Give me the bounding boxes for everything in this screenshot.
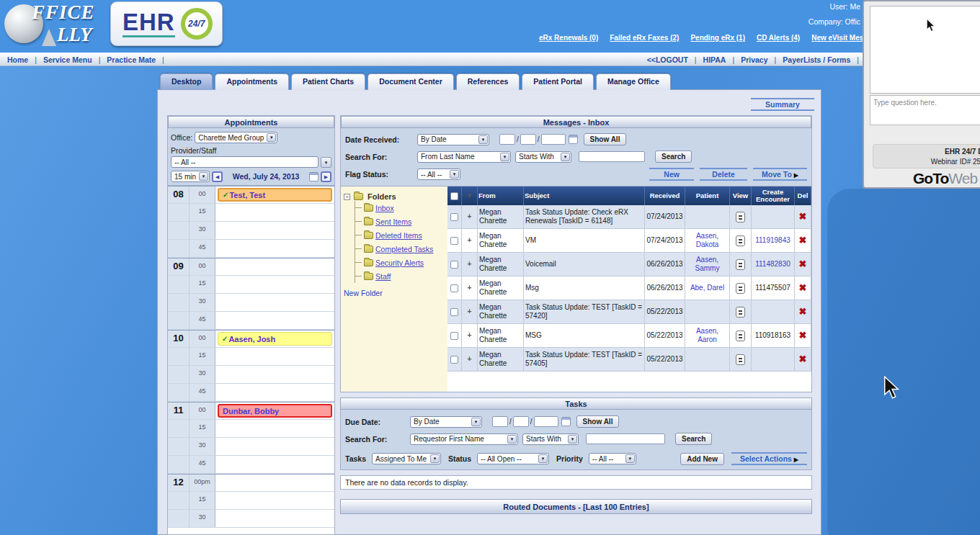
flag-icon[interactable]: + — [462, 229, 478, 253]
add-new-button[interactable]: Add New — [680, 453, 724, 465]
tab-patient-portal[interactable]: Patient Portal — [522, 73, 594, 90]
menu-item-logout[interactable]: <<LOGOUT — [647, 55, 688, 64]
tab-patient-charts[interactable]: Patient Charts — [291, 73, 365, 90]
appointment-aasen-josh[interactable]: ✓Aasen, Josh — [218, 332, 332, 346]
tab-document-center[interactable]: Document Center — [368, 73, 454, 90]
checkbox-icon[interactable] — [450, 332, 458, 340]
chevron-down-icon[interactable]: ▾ — [507, 435, 517, 444]
flag-icon[interactable]: + — [462, 253, 478, 277]
collapse-icon[interactable]: − — [344, 194, 350, 200]
view-icon[interactable] — [736, 331, 745, 341]
schedule-slot-cell[interactable] — [215, 420, 334, 437]
chevron-down-icon[interactable]: ▾ — [321, 157, 331, 168]
schedule-slot-cell[interactable] — [215, 475, 334, 491]
delete-icon[interactable]: ✖ — [799, 354, 807, 365]
folders-root[interactable]: − Folders — [344, 192, 446, 201]
message-row-6[interactable]: +Megan CharetteMSG05/22/2013Aasen, Aaron… — [447, 324, 811, 348]
folder-link-inbox[interactable]: Inbox — [375, 204, 394, 212]
tasks-match-type-select[interactable]: Starts With▾ — [522, 433, 579, 445]
message-row-3[interactable]: +Megan CharetteVoicemail06/26/2013Aasen,… — [447, 253, 811, 277]
alert-link-new-evisit-messag[interactable]: New eVisit Messag — [811, 34, 863, 42]
view-icon[interactable] — [736, 235, 745, 246]
schedule-slot-cell[interactable] — [215, 258, 334, 275]
office-select[interactable]: Charette Med Group▾ — [195, 132, 277, 143]
view-icon[interactable] — [736, 354, 745, 365]
schedule-slot-cell[interactable] — [215, 438, 334, 455]
checkbox-icon[interactable] — [450, 284, 458, 292]
schedule-slot-cell[interactable]: Dunbar, Bobby — [215, 403, 334, 419]
match-type-select[interactable]: Starts With▾ — [515, 151, 571, 163]
alert-link-cd-alerts-4[interactable]: CD Alerts (4) — [757, 34, 800, 42]
schedule-slot-cell[interactable]: ✓Aasen, Josh — [215, 331, 334, 347]
search-input[interactable] — [579, 151, 645, 162]
due-year-input[interactable] — [534, 416, 558, 427]
chevron-down-icon[interactable]: ▾ — [450, 170, 459, 179]
chevron-down-icon[interactable]: ▾ — [538, 454, 548, 463]
flag-column-icon[interactable]: ▼ — [462, 186, 478, 205]
patient-link[interactable]: Abe, Darel — [690, 284, 724, 292]
select-all-checkbox[interactable] — [447, 186, 462, 205]
encounter-link[interactable]: 111919843 — [755, 236, 790, 245]
view-icon[interactable] — [736, 307, 745, 318]
schedule-slot-cell[interactable] — [215, 348, 334, 365]
provider-select[interactable]: -- All -- — [171, 156, 318, 168]
message-row-2[interactable]: +Megan CharetteVM07/24/2013Aasen, Dakota… — [447, 229, 811, 253]
chevron-down-icon[interactable]: ▾ — [430, 454, 440, 463]
date-year-input[interactable] — [541, 134, 566, 145]
checkbox-icon[interactable] — [450, 261, 458, 269]
interval-select[interactable]: 15 min▾ — [171, 171, 210, 182]
menu-item-service-menu[interactable]: Service Menu — [43, 55, 92, 64]
chevron-down-icon[interactable]: ▾ — [478, 135, 488, 144]
patient-link[interactable]: Aasen, Sammy — [687, 256, 728, 273]
schedule-slot-cell[interactable] — [215, 492, 334, 509]
due-month-input[interactable] — [492, 416, 508, 427]
message-row-4[interactable]: +Megan CharetteMsg06/26/2013Abe, Darel11… — [447, 277, 811, 300]
menu-item-home[interactable]: Home — [7, 55, 28, 64]
tab-appointments[interactable]: Appointments — [215, 73, 289, 90]
delete-icon[interactable]: ✖ — [799, 211, 807, 222]
tab-desktop[interactable]: Desktop — [160, 73, 213, 90]
chevron-down-icon[interactable]: ▾ — [500, 153, 509, 161]
chevron-down-icon[interactable]: ▾ — [568, 435, 577, 444]
schedule-slot-cell[interactable] — [215, 204, 334, 221]
delete-icon[interactable]: ✖ — [799, 306, 807, 318]
new-message-button[interactable]: New — [649, 168, 694, 181]
tab-manage-office[interactable]: Manage Office — [596, 73, 671, 90]
view-icon[interactable] — [736, 259, 745, 270]
tasks-search-input[interactable] — [586, 433, 665, 444]
delete-icon[interactable]: ✖ — [799, 330, 807, 341]
date-month-input[interactable] — [499, 134, 515, 145]
schedule-slot-cell[interactable] — [215, 510, 334, 527]
move-to-button[interactable]: Move To ▶ — [753, 168, 807, 181]
view-icon[interactable] — [736, 212, 745, 222]
folder-link-completed-tasks[interactable]: Completed Tasks — [375, 245, 433, 253]
schedule-slot-cell[interactable]: ✓Test, Test — [215, 186, 334, 203]
checkbox-icon[interactable] — [450, 308, 458, 316]
message-row-7[interactable]: +Megan CharetteTask Status Update: TEST … — [447, 348, 811, 372]
encounter-link[interactable]: 111482830 — [755, 260, 790, 269]
flag-icon[interactable]: + — [462, 277, 478, 300]
next-day-button[interactable]: ▶ — [321, 171, 331, 182]
prev-day-button[interactable]: ◀ — [212, 171, 223, 182]
tasks-search-field-select[interactable]: Requestor First Name▾ — [410, 433, 518, 445]
appointment-dunbar-bobby[interactable]: Dunbar, Bobby — [218, 404, 332, 418]
schedule-slot-cell[interactable] — [215, 384, 334, 401]
schedule-slot-cell[interactable] — [215, 312, 334, 329]
menu-item-payerlists-forms[interactable]: PayerLists / Forms — [783, 55, 850, 64]
show-all-button[interactable]: Show All — [584, 133, 627, 145]
view-icon[interactable] — [736, 283, 745, 294]
folder-link-security-alerts[interactable]: Security Alerts — [375, 258, 424, 267]
flag-icon[interactable]: + — [462, 348, 478, 372]
patient-link[interactable]: Aasen, Dakota — [687, 232, 728, 249]
delete-icon[interactable]: ✖ — [799, 258, 807, 270]
folder-link-sent-items[interactable]: Sent Items — [375, 217, 411, 226]
folder-link-staff[interactable]: Staff — [375, 272, 391, 281]
appointment-test-test[interactable]: ✓Test, Test — [218, 188, 332, 202]
flag-icon[interactable]: + — [462, 324, 478, 348]
flag-icon[interactable]: + — [462, 300, 478, 324]
priority-select[interactable]: -- All --▾ — [589, 453, 636, 464]
status-select[interactable]: -- All Open --▾ — [477, 453, 549, 464]
calendar-icon[interactable] — [569, 135, 578, 144]
due-day-input[interactable] — [513, 416, 529, 427]
tasks-show-all-button[interactable]: Show All — [576, 415, 620, 428]
